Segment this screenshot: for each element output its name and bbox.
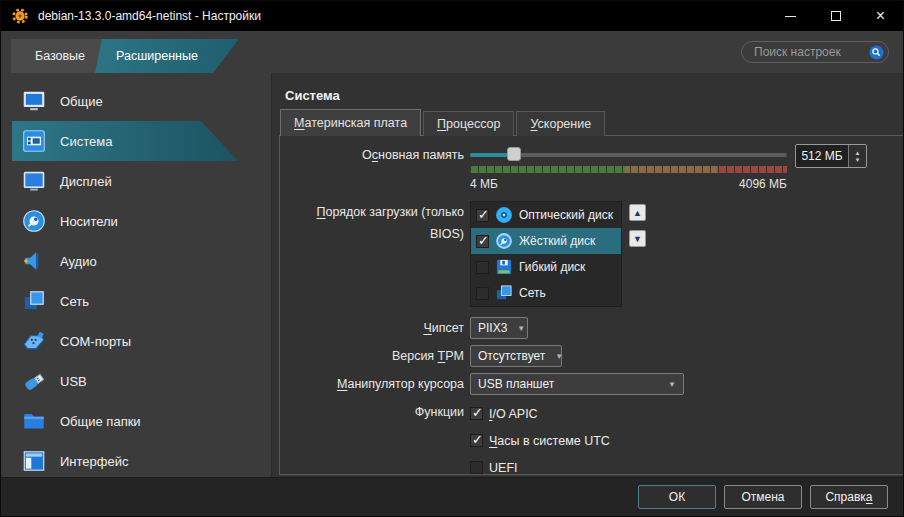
sidebar-item-display[interactable]: Дисплей [12,161,238,201]
memory-value-input[interactable] [796,145,848,167]
arrow-up-icon: ▲ [633,208,642,218]
chipset-dropdown[interactable]: PIIX3 ▼ [470,317,528,339]
memory-spinbox[interactable]: ▲ ▼ [795,144,867,168]
general-monitor-icon [21,88,47,114]
boot-item-label: Сеть [519,286,546,300]
feature-io-apic: I/O APIC [470,405,610,422]
chipset-value: PIIX3 [478,321,507,335]
tab-basic[interactable]: Базовые [11,39,109,73]
tab-motherboard[interactable]: Материнская плата [280,109,421,136]
feature-uefi: UEFI [470,459,610,475]
close-icon: × [876,8,885,24]
memory-spin-buttons[interactable]: ▲ ▼ [848,145,866,167]
user-interface-icon [21,448,47,474]
utc-clock-checkbox[interactable] [470,434,483,447]
boot-item-harddisk[interactable]: Жёсткий диск [471,228,621,254]
sidebar-item-shared-folders[interactable]: Общие папки [12,401,238,441]
dialog-body: Общие Система Дисплей [1,73,903,479]
pointing-device-dropdown[interactable]: USB планшет ▼ [470,373,684,395]
memory-min-label: 4 МБ [470,177,498,191]
boot-order-row: Порядок загрузки (только BIOS) Оптически… [288,201,904,307]
boot-item-optical[interactable]: Оптический диск [471,202,621,228]
tpm-label: Версия TPM [288,345,470,367]
boot-order-label: Порядок загрузки (только BIOS) [288,201,470,245]
tab-expert[interactable]: Расширенные [95,39,239,73]
tpm-value: Отсутствует [478,349,545,363]
dialog-footer: ОК Отмена Справка [1,477,903,516]
move-down-button[interactable]: ▼ [629,230,646,247]
sidebar-item-network[interactable]: Сеть [12,281,238,321]
network-icon [494,283,514,303]
io-apic-checkbox[interactable] [470,407,483,420]
chipset-label: Чипсет [288,317,470,339]
chipset-row: Чипсет PIIX3 ▼ [288,317,904,339]
feature-label: Часы в системе UTC [489,434,610,448]
ok-button[interactable]: ОК [638,485,716,509]
minimize-button[interactable] [768,1,813,31]
settings-search[interactable] [741,41,889,63]
boot-item-floppy[interactable]: Гибкий диск [471,254,621,280]
storage-disk-icon [21,208,47,234]
pointing-device-value: USB планшет [478,377,554,391]
sidebar-item-label: Система [60,134,112,149]
tab-acceleration-label: Ускорение [530,117,591,131]
tab-acceleration[interactable]: Ускорение [516,111,605,136]
search-input[interactable] [754,45,868,59]
boot-network-checkbox[interactable] [476,287,489,300]
help-button[interactable]: Справка [810,485,888,509]
sidebar-item-serial-ports[interactable]: COM-порты [12,321,238,361]
sidebar-item-usb[interactable]: USB [12,361,238,401]
search-icon[interactable] [868,44,885,61]
sidebar-item-storage[interactable]: Носители [12,201,238,241]
chevron-down-icon: ▼ [668,380,676,389]
sidebar-item-system[interactable]: Система [12,121,238,161]
memory-max-label: 4096 МБ [739,177,787,191]
chevron-down-icon: ▼ [555,352,563,361]
memory-gauge-ticks [470,166,787,173]
memory-slider-handle[interactable] [507,147,521,161]
ok-button-label: ОК [669,490,685,504]
memory-slider[interactable] [470,146,787,163]
pointing-device-label: Манипулятор курсора [288,373,470,395]
maximize-button[interactable] [813,1,858,31]
move-up-button[interactable]: ▲ [629,204,646,221]
boot-order-controls: ▲ ▼ [629,201,646,247]
minimize-icon [785,16,796,17]
titlebar: debian-13.3.0-amd64-netinst - Настройки … [1,1,903,31]
help-button-label: Справка [825,490,872,504]
sidebar-item-general[interactable]: Общие [12,81,238,121]
display-icon [21,168,47,194]
uefi-checkbox[interactable] [470,461,483,474]
boot-harddisk-checkbox[interactable] [476,235,489,248]
boot-optical-checkbox[interactable] [476,209,489,222]
vm-settings-window: debian-13.3.0-amd64-netinst - Настройки … [0,0,904,517]
tpm-row: Версия TPM Отсутствует ▼ [288,345,904,367]
page-title: Система [285,88,340,103]
sidebar-item-label: Сеть [60,294,89,309]
chevron-down-icon: ▼ [517,324,525,333]
spin-down-icon[interactable]: ▼ [855,157,861,163]
sidebar-item-audio[interactable]: Аудио [12,241,238,281]
network-icon [21,288,47,314]
serial-port-icon [21,328,47,354]
usb-plug-icon [21,368,47,394]
sidebar-item-label: USB [60,374,87,389]
memory-gauge [470,166,787,173]
tab-expert-label: Расширенные [116,49,198,63]
boot-item-network[interactable]: Сеть [471,280,621,306]
settings-gear-icon [11,7,29,25]
shared-folder-icon [21,408,47,434]
mode-selector-row: Базовые Расширенные [1,31,903,73]
sidebar-item-interface[interactable]: Интерфейс [12,441,238,481]
optical-disc-icon [494,205,514,225]
tpm-dropdown[interactable]: Отсутствует ▼ [470,345,562,367]
features-label: Функции [288,401,470,423]
tab-processor[interactable]: Процессор [423,111,514,136]
close-button[interactable]: × [858,1,903,31]
cancel-button[interactable]: Отмена [724,485,802,509]
boot-order-list[interactable]: Оптический диск Жёсткий диск [470,201,622,307]
spin-up-icon[interactable]: ▲ [855,150,861,156]
boot-floppy-checkbox[interactable] [476,261,489,274]
mode-tabs: Базовые Расширенные [11,39,241,73]
floppy-disk-icon [494,257,514,277]
